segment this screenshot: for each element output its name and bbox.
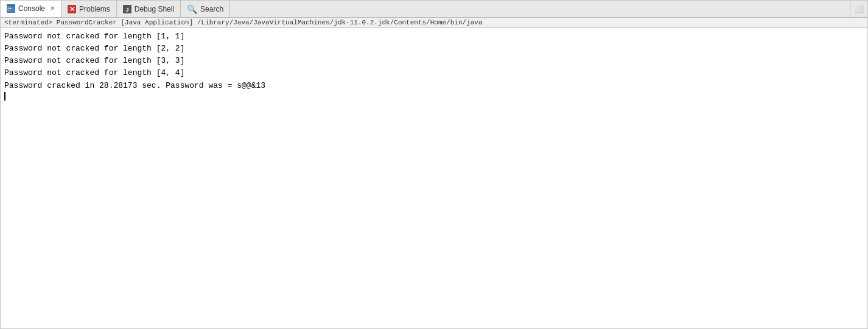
console-line-4: Password not cracked for length [4, 4] [4, 67, 864, 79]
tab-search[interactable]: 🔍 Search [181, 1, 230, 17]
console-icon [7, 4, 15, 13]
debug-shell-icon: J [123, 5, 131, 13]
tab-spacer [230, 1, 850, 17]
tab-bar: Console ✕ ✕ Problems J Debug Shell 🔍 Sea… [1, 1, 867, 18]
tab-problems-label: Problems [79, 5, 110, 13]
svg-rect-4 [8, 10, 10, 10]
console-line-1: Password not cracked for length [1, 1] [4, 30, 864, 43]
status-text: <terminated> PasswordCracker [Java Appli… [4, 19, 483, 26]
console-output[interactable]: Password not cracked for length [1, 1] P… [1, 28, 867, 328]
problems-icon: ✕ [68, 5, 76, 13]
tab-console[interactable]: Console ✕ [1, 1, 61, 17]
svg-rect-3 [8, 8, 12, 9]
status-bar: <terminated> PasswordCracker [Java Appli… [1, 18, 867, 28]
svg-text:✕: ✕ [69, 5, 75, 13]
svg-rect-2 [8, 7, 11, 7]
tab-search-label: Search [200, 5, 223, 13]
console-cursor-line [4, 92, 864, 101]
tab-console-close[interactable]: ✕ [50, 5, 55, 12]
ide-window: Console ✕ ✕ Problems J Debug Shell 🔍 Sea… [0, 0, 868, 329]
tab-console-label: Console [18, 4, 45, 13]
tab-bar-end: ⬜ [850, 1, 867, 17]
svg-rect-1 [7, 5, 15, 6]
maximize-icon[interactable]: ⬜ [854, 4, 864, 13]
console-line-2: Password not cracked for length [2, 2] [4, 43, 864, 55]
console-line-3: Password not cracked for length [3, 3] [4, 55, 864, 67]
console-line-5: Password cracked in 28.28173 sec. Passwo… [4, 80, 864, 92]
tab-problems[interactable]: ✕ Problems [61, 1, 117, 17]
svg-text:J: J [125, 7, 128, 13]
console-cursor [4, 92, 5, 101]
search-icon: 🔍 [187, 4, 197, 14]
tab-debug-shell-label: Debug Shell [135, 5, 174, 13]
tab-debug-shell[interactable]: J Debug Shell [117, 1, 181, 17]
